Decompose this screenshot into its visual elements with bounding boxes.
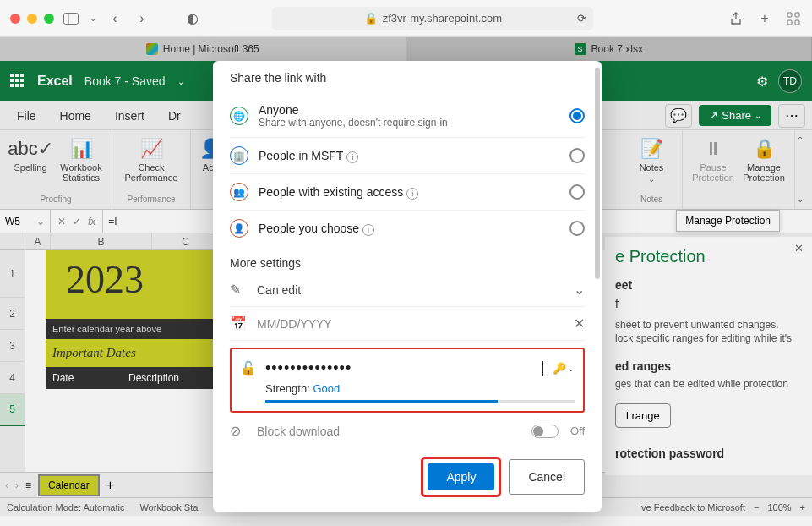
row-4[interactable]: 4 [0, 362, 25, 394]
info-icon[interactable]: i [362, 224, 374, 236]
back-icon[interactable]: ‹ [106, 10, 123, 27]
shield-icon[interactable]: ◐ [184, 10, 201, 27]
group-notes: Notes [628, 193, 675, 205]
feedback-link[interactable]: ve Feedback to Microsoft [641, 502, 745, 512]
table-header: Date Description [46, 367, 215, 389]
expiry-row[interactable]: 📅 MM/DD/YYYY ✕ [230, 307, 585, 341]
svg-rect-4 [787, 20, 792, 25]
manage-protection-button[interactable]: 🔒Manage Protection [740, 134, 787, 193]
col-A[interactable]: A [25, 233, 51, 250]
doc-title[interactable]: Book 7 - Saved [84, 74, 166, 88]
workbook-stats-status[interactable]: Workbook Sta [139, 502, 198, 512]
row-5[interactable]: 5 [0, 394, 25, 426]
password-section: 🔓 •••••••••••••• 🔑⌄ Strength: Good [230, 348, 585, 413]
option-existing[interactable]: 👥 People with existing accessi [230, 174, 585, 211]
tab-home[interactable]: Home [50, 104, 101, 128]
more-icon[interactable]: ⋯ [778, 104, 805, 128]
zoom-in-icon[interactable]: + [800, 502, 805, 512]
add-sheet-icon[interactable]: + [106, 478, 114, 493]
permission-row[interactable]: ✎ Can edit ⌄ [230, 273, 585, 307]
password-input[interactable]: •••••••••••••• [265, 359, 542, 377]
new-tab-icon[interactable]: + [756, 10, 773, 27]
avatar[interactable]: TD [778, 69, 802, 93]
check-performance-button[interactable]: 📈Check Performance [119, 134, 183, 193]
block-download-toggle[interactable] [531, 425, 559, 438]
password-options-icon[interactable]: 🔑⌄ [553, 362, 575, 375]
expand-ribbon-icon[interactable]: ⌄ [797, 195, 810, 204]
cancel-formula-icon[interactable]: ✕ [57, 216, 66, 227]
all-sheets-icon[interactable]: ≡ [25, 479, 31, 491]
zoom-level[interactable]: 100% [767, 502, 791, 512]
address-bar[interactable]: 🔒 zf3vr-my.sharepoint.com ⟳ [272, 7, 593, 30]
app-name: Excel [37, 74, 73, 89]
share-settings-dialog: Share the link with 🌐 Anyone Share with … [213, 61, 602, 512]
sheet-tab-calendar[interactable]: Calendar [38, 474, 100, 496]
password-strength: Strength: Good [240, 382, 575, 395]
radio-anyone[interactable] [569, 108, 585, 123]
option-org[interactable]: 🏢 People in MSFTi [230, 138, 585, 174]
chevron-down-icon: ⌄ [648, 174, 655, 184]
tab-file[interactable]: File [7, 104, 46, 128]
notes-button[interactable]: 📝Notes⌄ [628, 134, 675, 193]
option-anyone[interactable]: 🌐 Anyone Share with anyone, doesn't requ… [230, 95, 585, 138]
tab-workbook[interactable]: S Book 7.xlsx [406, 37, 813, 61]
info-icon[interactable]: i [346, 151, 358, 163]
collapse-ribbon-icon[interactable]: ⌃ [797, 135, 810, 145]
app-launcher-icon[interactable] [10, 74, 25, 89]
comments-icon[interactable]: 💬 [665, 104, 692, 128]
tab-insert[interactable]: Insert [105, 104, 155, 128]
col-B[interactable]: B [51, 233, 152, 250]
col-C[interactable]: C [152, 233, 220, 250]
tab-m365[interactable]: Home | Microsoft 365 [0, 37, 406, 61]
svg-rect-5 [795, 20, 799, 25]
pencil-icon: ✎ [230, 282, 245, 298]
radio-specific[interactable] [569, 221, 585, 236]
apply-button[interactable]: Apply [428, 463, 494, 490]
add-range-button[interactable]: l range [615, 403, 671, 428]
tabs-overview-icon[interactable] [785, 10, 802, 27]
clear-date-icon[interactable]: ✕ [574, 315, 585, 331]
row-1[interactable]: 1 [0, 250, 25, 298]
tab-draw[interactable]: Dr [158, 104, 191, 128]
window-minimize[interactable] [27, 14, 37, 24]
option-specific[interactable]: 👤 People you choosei [230, 211, 585, 246]
accept-formula-icon[interactable]: ✓ [73, 216, 81, 227]
radio-existing[interactable] [569, 184, 585, 200]
doc-menu-chevron-icon[interactable]: ⌄ [177, 77, 184, 86]
spelling-button[interactable]: abc✓Spelling [7, 134, 54, 193]
pane-title: e Protection [615, 247, 802, 266]
name-box[interactable]: W5 ⌄ [0, 210, 51, 233]
share-icon[interactable] [728, 10, 744, 27]
info-icon[interactable]: i [406, 188, 418, 200]
row-2[interactable]: 2 [0, 298, 25, 330]
chevron-down-icon[interactable]: ⌄ [90, 14, 96, 23]
gear-icon[interactable]: ⚙ [756, 74, 768, 90]
fx-icon[interactable]: fx [88, 216, 95, 227]
apply-highlight: Apply [423, 459, 499, 495]
next-sheet-icon[interactable]: › [15, 479, 19, 491]
share-button[interactable]: ↗ Share ⌄ [699, 105, 771, 126]
sidebar-toggle-icon[interactable] [63, 10, 79, 27]
year-cell[interactable]: 2023 [46, 250, 215, 319]
radio-org[interactable] [569, 148, 585, 163]
close-pane-icon[interactable]: ✕ [794, 242, 804, 255]
zoom-out-icon[interactable]: − [754, 502, 759, 512]
browser-toolbar: ⌄ ‹ › ◐ 🔒 zf3vr-my.sharepoint.com ⟳ + [0, 0, 812, 37]
formula-input[interactable]: =I [103, 216, 122, 227]
window-close[interactable] [10, 14, 20, 24]
svg-rect-3 [795, 13, 799, 17]
performance-icon: 📈 [140, 137, 163, 161]
dialog-title: Share the link with [230, 71, 585, 85]
calc-mode[interactable]: Calculation Mode: Automatic [7, 502, 124, 512]
forward-icon[interactable]: › [134, 10, 150, 27]
row-3[interactable]: 3 [0, 330, 25, 362]
workbook-stats-button[interactable]: 📊Workbook Statistics [57, 134, 105, 193]
calendar-content: 2023 Enter calendar year above Important… [46, 250, 215, 389]
dialog-scrollbar[interactable] [595, 68, 600, 279]
prev-sheet-icon[interactable]: ‹ [5, 479, 8, 491]
refresh-icon[interactable]: ⟳ [577, 12, 586, 25]
svg-rect-0 [64, 13, 79, 24]
cancel-button[interactable]: Cancel [509, 459, 585, 495]
window-zoom[interactable] [44, 14, 54, 24]
spelling-icon: abc✓ [8, 137, 52, 161]
